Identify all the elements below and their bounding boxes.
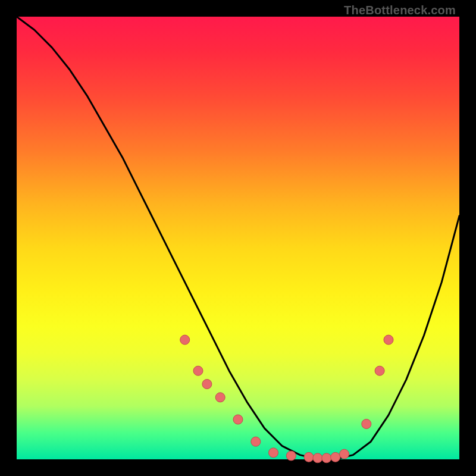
data-marker: [233, 415, 243, 424]
data-marker: [269, 448, 278, 458]
data-marker: [362, 419, 371, 429]
marker-layer: [180, 335, 393, 463]
data-marker: [340, 449, 349, 459]
data-marker: [251, 437, 261, 446]
data-marker: [331, 452, 340, 462]
curve-layer: [17, 17, 459, 459]
data-marker: [375, 366, 384, 375]
data-marker: [193, 366, 203, 375]
data-marker: [384, 335, 393, 345]
data-marker: [322, 453, 331, 463]
data-marker: [215, 393, 225, 402]
bottleneck-curve: [17, 17, 459, 459]
data-marker: [313, 453, 322, 463]
chart-frame: TheBottleneck.com: [0, 0, 476, 476]
chart-overlay: [0, 0, 476, 476]
data-marker: [286, 451, 296, 461]
data-marker: [304, 452, 314, 462]
data-marker: [180, 335, 190, 345]
data-marker: [202, 380, 212, 389]
